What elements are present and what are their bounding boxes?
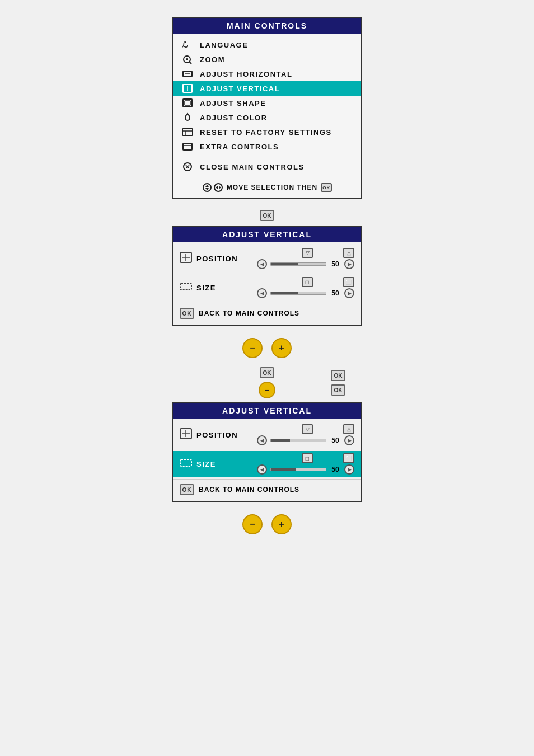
nav-row: MOVE SELECTION THEN OK: [173, 180, 361, 195]
minus-btn-1[interactable]: −: [242, 338, 263, 358]
size-label-2: SIZE: [196, 460, 216, 468]
svg-text:ℒ: ℒ: [182, 40, 188, 49]
size-slider-2[interactable]: [270, 468, 326, 471]
close-icon: [181, 161, 194, 172]
size-min-icon-1: ◫: [302, 277, 313, 287]
nav-icons: [202, 182, 223, 192]
av-size-controls-2: ◫ ⬜ ◀ 50 ▶: [257, 453, 354, 475]
back-ok-icon-1: OK: [180, 308, 194, 319]
av-position-row-1: POSITION ▽ △ ◀ 50 ▶: [173, 246, 361, 271]
pos-right-btn-2[interactable]: ▶: [344, 435, 354, 445]
size-icon-2: [180, 457, 192, 471]
pos-slider-2[interactable]: [270, 439, 326, 442]
adj-horiz-icon: [181, 68, 194, 79]
btn-row-1: − +: [242, 338, 292, 358]
pos-left-btn-2[interactable]: ◀: [257, 435, 267, 445]
menu-item-adj-shape[interactable]: ADJUST SHAPE: [173, 96, 361, 110]
pos-slider-1[interactable]: [270, 262, 326, 266]
size-value-1: 50: [330, 289, 341, 297]
mid-ok-icon-3[interactable]: OK: [331, 384, 345, 396]
pos-max-icon-1: △: [343, 248, 354, 258]
adj-vert-icon: [181, 83, 194, 94]
svg-marker-19: [205, 185, 209, 187]
svg-rect-13: [183, 143, 192, 150]
position-icon-2: [180, 428, 192, 442]
pos-max-icon-2: △: [343, 424, 354, 434]
adj-color-label: ADJUST COLOR: [200, 114, 268, 122]
size-left-btn-2[interactable]: ◀: [257, 464, 267, 475]
svg-line-3: [189, 62, 191, 64]
svg-marker-20: [205, 188, 209, 190]
back-label-2: BACK TO MAIN CONTROLS: [199, 486, 299, 494]
av-size-icon-row-1: ◫ ⬜: [257, 277, 354, 287]
pos-min-icon-2: ▽: [302, 424, 313, 434]
position-label-1: POSITION: [196, 255, 238, 263]
av-size-row-2: SIZE ◫ ⬜ ◀ 50 ▶: [173, 451, 361, 477]
mid-ok-icon-1[interactable]: OK: [260, 367, 274, 378]
size-right-btn-1[interactable]: ▶: [344, 288, 354, 298]
av-back-row-2[interactable]: OK BACK TO MAIN CONTROLS: [173, 479, 361, 497]
mid-center-icons: OK −: [259, 367, 275, 398]
adjust-vertical-panel-2: ADJUST VERTICAL POSITION ▽ △: [172, 402, 362, 502]
av-size-slider-row-1: ◀ 50 ▶: [257, 288, 354, 298]
svg-rect-27: [180, 283, 191, 290]
av-size-slider-row-2: ◀ 50 ▶: [257, 464, 354, 475]
size-right-btn-2[interactable]: ▶: [344, 464, 354, 475]
back-ok-icon-2: OK: [180, 484, 194, 495]
extra-label: EXTRA CONTROLS: [200, 143, 279, 151]
menu-item-reset[interactable]: RESET TO FACTORY SETTINGS: [173, 125, 361, 139]
mid-minus-btn[interactable]: −: [259, 382, 275, 398]
menu-item-close[interactable]: CLOSE MAIN CONTROLS: [173, 159, 361, 174]
divider: [173, 154, 361, 159]
adj-horiz-label: ADJUST HORIZONTAL: [200, 70, 292, 78]
svg-rect-9: [185, 101, 190, 105]
av-position-slider-row-2: ◀ 50 ▶: [257, 435, 354, 445]
av-body-1: POSITION ▽ △ ◀ 50 ▶: [173, 242, 361, 325]
inter-ok-icon[interactable]: OK: [260, 210, 274, 221]
size-max-icon-2: ⬜: [343, 453, 354, 463]
menu-item-adj-color[interactable]: ADJUST COLOR: [173, 110, 361, 125]
position-icon-1: [180, 252, 192, 265]
size-min-icon-2: ◫: [302, 453, 313, 463]
close-label: CLOSE MAIN CONTROLS: [200, 163, 305, 171]
mid-right-icons: OK OK: [275, 370, 345, 396]
zoom-icon: [181, 54, 194, 65]
menu-item-language[interactable]: ℒ LANGUAGE: [173, 37, 361, 52]
btn-row-2: − +: [242, 514, 292, 534]
pos-left-btn-1[interactable]: ◀: [257, 259, 267, 269]
av-back-row-1[interactable]: OK BACK TO MAIN CONTROLS: [173, 303, 361, 321]
av-position-controls-2: ▽ △ ◀ 50 ▶: [257, 424, 354, 445]
plus-btn-2[interactable]: +: [271, 514, 292, 534]
pos-right-btn-1[interactable]: ▶: [344, 259, 354, 269]
menu-item-extra[interactable]: EXTRA CONTROLS: [173, 139, 361, 154]
size-max-icon-1: ⬜: [343, 277, 354, 287]
main-controls-body: ℒ LANGUAGE ZOOM ADJUST HORIZONTAL: [173, 34, 361, 198]
pos-value-2: 50: [330, 436, 341, 444]
svg-rect-31: [180, 459, 191, 466]
size-slider-1[interactable]: [270, 292, 326, 295]
adj-shape-icon: [181, 97, 194, 109]
extra-icon: [181, 141, 194, 152]
size-label-1: SIZE: [196, 284, 216, 292]
mid-ok-icon-2[interactable]: OK: [331, 370, 345, 381]
size-left-btn-1[interactable]: ◀: [257, 288, 267, 298]
menu-item-zoom[interactable]: ZOOM: [173, 52, 361, 67]
av-size-row-1: SIZE ◫ ⬜ ◀ 50 ▶: [173, 275, 361, 300]
language-label: LANGUAGE: [200, 41, 248, 49]
av-size-icon-row-2: ◫ ⬜: [257, 453, 354, 463]
position-label-2: POSITION: [196, 431, 238, 439]
size-slider-fill-2: [271, 468, 296, 471]
svg-marker-23: [219, 186, 221, 189]
menu-item-adj-horiz[interactable]: ADJUST HORIZONTAL: [173, 67, 361, 81]
av-position-row-2: POSITION ▽ △ ◀ 50 ▶: [173, 422, 361, 448]
minus-btn-2[interactable]: −: [242, 514, 263, 534]
adjust-vertical-panel-1: ADJUST VERTICAL POSITION ▽ △: [172, 226, 362, 326]
inter-ok-icon-section: OK: [260, 210, 274, 221]
svg-marker-22: [216, 186, 218, 189]
av-position-label-group-2: POSITION: [180, 428, 252, 442]
av-body-2: POSITION ▽ △ ◀ 50 ▶: [173, 419, 361, 501]
plus-btn-1[interactable]: +: [271, 338, 292, 358]
menu-item-adj-vert[interactable]: ADJUST VERTICAL: [173, 81, 361, 96]
size-value-2: 50: [330, 466, 341, 473]
pos-slider-fill-2: [271, 439, 290, 442]
